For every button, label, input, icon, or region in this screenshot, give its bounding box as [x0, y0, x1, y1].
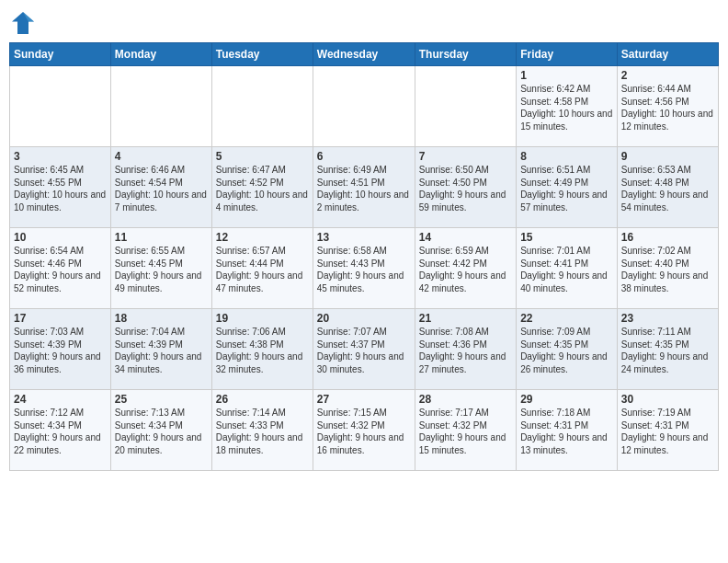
day-number: 20	[317, 312, 411, 325]
calendar-cell: 17Sunrise: 7:03 AM Sunset: 4:39 PM Dayli…	[10, 309, 111, 390]
weekday-header: Monday	[110, 43, 211, 66]
calendar-cell: 29Sunrise: 7:18 AM Sunset: 4:31 PM Dayli…	[517, 390, 618, 471]
calendar-cell: 22Sunrise: 7:09 AM Sunset: 4:35 PM Dayli…	[517, 309, 618, 390]
calendar-cell: 16Sunrise: 7:02 AM Sunset: 4:40 PM Dayli…	[617, 228, 718, 309]
calendar-table: SundayMondayTuesdayWednesdayThursdayFrid…	[9, 42, 719, 471]
calendar-cell: 26Sunrise: 7:14 AM Sunset: 4:33 PM Dayli…	[211, 390, 313, 471]
calendar-cell: 8Sunrise: 6:51 AM Sunset: 4:49 PM Daylig…	[517, 147, 618, 228]
weekday-header: Sunday	[10, 43, 111, 66]
day-number: 22	[520, 312, 613, 325]
page-header	[9, 9, 719, 37]
weekday-header: Wednesday	[313, 43, 415, 66]
calendar-cell: 5Sunrise: 6:47 AM Sunset: 4:52 PM Daylig…	[211, 147, 313, 228]
calendar-cell: 3Sunrise: 6:45 AM Sunset: 4:55 PM Daylig…	[10, 147, 111, 228]
day-number: 5	[216, 150, 309, 163]
calendar-cell: 25Sunrise: 7:13 AM Sunset: 4:34 PM Dayli…	[110, 390, 211, 471]
calendar-cell: 1Sunrise: 6:42 AM Sunset: 4:58 PM Daylig…	[517, 66, 618, 147]
day-info: Sunrise: 6:55 AM Sunset: 4:45 PM Dayligh…	[115, 245, 208, 294]
calendar-cell: 11Sunrise: 6:55 AM Sunset: 4:45 PM Dayli…	[110, 228, 211, 309]
day-info: Sunrise: 7:18 AM Sunset: 4:31 PM Dayligh…	[520, 407, 613, 456]
day-info: Sunrise: 7:19 AM Sunset: 4:31 PM Dayligh…	[621, 407, 714, 456]
day-info: Sunrise: 6:44 AM Sunset: 4:56 PM Dayligh…	[621, 83, 714, 132]
day-number: 18	[115, 312, 208, 325]
day-number: 3	[14, 150, 107, 163]
day-info: Sunrise: 7:07 AM Sunset: 4:37 PM Dayligh…	[317, 326, 411, 375]
day-info: Sunrise: 7:13 AM Sunset: 4:34 PM Dayligh…	[115, 407, 208, 456]
day-info: Sunrise: 6:47 AM Sunset: 4:52 PM Dayligh…	[216, 164, 309, 213]
calendar-cell: 13Sunrise: 6:58 AM Sunset: 4:43 PM Dayli…	[313, 228, 415, 309]
day-info: Sunrise: 6:42 AM Sunset: 4:58 PM Dayligh…	[520, 83, 613, 132]
calendar-cell: 6Sunrise: 6:49 AM Sunset: 4:51 PM Daylig…	[313, 147, 415, 228]
weekday-header: Saturday	[617, 43, 718, 66]
calendar-cell	[10, 66, 111, 147]
day-number: 29	[520, 393, 613, 406]
day-number: 27	[317, 393, 411, 406]
calendar-cell: 15Sunrise: 7:01 AM Sunset: 4:41 PM Dayli…	[517, 228, 618, 309]
day-info: Sunrise: 6:58 AM Sunset: 4:43 PM Dayligh…	[317, 245, 411, 294]
day-number: 11	[115, 231, 208, 244]
day-info: Sunrise: 7:17 AM Sunset: 4:32 PM Dayligh…	[419, 407, 512, 456]
day-number: 7	[419, 150, 512, 163]
day-info: Sunrise: 7:03 AM Sunset: 4:39 PM Dayligh…	[14, 326, 107, 375]
day-number: 12	[216, 231, 309, 244]
day-number: 16	[621, 231, 714, 244]
calendar-cell: 30Sunrise: 7:19 AM Sunset: 4:31 PM Dayli…	[617, 390, 718, 471]
calendar-cell: 20Sunrise: 7:07 AM Sunset: 4:37 PM Dayli…	[313, 309, 415, 390]
day-number: 8	[520, 150, 613, 163]
day-number: 10	[14, 231, 107, 244]
calendar-cell: 10Sunrise: 6:54 AM Sunset: 4:46 PM Dayli…	[10, 228, 111, 309]
day-number: 6	[317, 150, 411, 163]
day-number: 23	[621, 312, 714, 325]
calendar-cell	[211, 66, 313, 147]
weekday-header: Friday	[517, 43, 618, 66]
day-number: 25	[115, 393, 208, 406]
day-info: Sunrise: 7:12 AM Sunset: 4:34 PM Dayligh…	[14, 407, 107, 456]
calendar-cell: 2Sunrise: 6:44 AM Sunset: 4:56 PM Daylig…	[617, 66, 718, 147]
calendar-cell: 9Sunrise: 6:53 AM Sunset: 4:48 PM Daylig…	[617, 147, 718, 228]
day-number: 24	[14, 393, 107, 406]
logo	[9, 9, 40, 37]
calendar-cell: 7Sunrise: 6:50 AM Sunset: 4:50 PM Daylig…	[415, 147, 516, 228]
calendar-cell: 4Sunrise: 6:46 AM Sunset: 4:54 PM Daylig…	[110, 147, 211, 228]
day-info: Sunrise: 7:08 AM Sunset: 4:36 PM Dayligh…	[419, 326, 512, 375]
calendar-cell: 28Sunrise: 7:17 AM Sunset: 4:32 PM Dayli…	[415, 390, 516, 471]
calendar-cell: 24Sunrise: 7:12 AM Sunset: 4:34 PM Dayli…	[10, 390, 111, 471]
calendar-cell	[110, 66, 211, 147]
day-number: 9	[621, 150, 714, 163]
svg-marker-0	[12, 12, 34, 34]
calendar-cell	[415, 66, 516, 147]
day-info: Sunrise: 6:45 AM Sunset: 4:55 PM Dayligh…	[14, 164, 107, 213]
calendar-cell: 12Sunrise: 6:57 AM Sunset: 4:44 PM Dayli…	[211, 228, 313, 309]
day-number: 15	[520, 231, 613, 244]
day-number: 30	[621, 393, 714, 406]
day-info: Sunrise: 7:09 AM Sunset: 4:35 PM Dayligh…	[520, 326, 613, 375]
day-info: Sunrise: 6:57 AM Sunset: 4:44 PM Dayligh…	[216, 245, 309, 294]
calendar-cell	[313, 66, 415, 147]
day-info: Sunrise: 6:54 AM Sunset: 4:46 PM Dayligh…	[14, 245, 107, 294]
day-info: Sunrise: 6:53 AM Sunset: 4:48 PM Dayligh…	[621, 164, 714, 213]
day-info: Sunrise: 6:46 AM Sunset: 4:54 PM Dayligh…	[115, 164, 208, 213]
day-number: 28	[419, 393, 512, 406]
day-info: Sunrise: 7:04 AM Sunset: 4:39 PM Dayligh…	[115, 326, 208, 375]
calendar-cell: 14Sunrise: 6:59 AM Sunset: 4:42 PM Dayli…	[415, 228, 516, 309]
day-number: 4	[115, 150, 208, 163]
weekday-header: Thursday	[415, 43, 516, 66]
day-number: 21	[419, 312, 512, 325]
day-number: 17	[14, 312, 107, 325]
day-info: Sunrise: 6:49 AM Sunset: 4:51 PM Dayligh…	[317, 164, 411, 213]
day-number: 19	[216, 312, 309, 325]
day-number: 13	[317, 231, 411, 244]
day-info: Sunrise: 7:15 AM Sunset: 4:32 PM Dayligh…	[317, 407, 411, 456]
day-number: 2	[621, 69, 714, 82]
day-info: Sunrise: 6:59 AM Sunset: 4:42 PM Dayligh…	[419, 245, 512, 294]
day-info: Sunrise: 7:06 AM Sunset: 4:38 PM Dayligh…	[216, 326, 309, 375]
day-info: Sunrise: 6:51 AM Sunset: 4:49 PM Dayligh…	[520, 164, 613, 213]
day-number: 1	[520, 69, 613, 82]
calendar-cell: 21Sunrise: 7:08 AM Sunset: 4:36 PM Dayli…	[415, 309, 516, 390]
day-number: 26	[216, 393, 309, 406]
weekday-header: Tuesday	[211, 43, 313, 66]
logo-icon	[9, 9, 37, 37]
day-info: Sunrise: 6:50 AM Sunset: 4:50 PM Dayligh…	[419, 164, 512, 213]
day-info: Sunrise: 7:14 AM Sunset: 4:33 PM Dayligh…	[216, 407, 309, 456]
day-info: Sunrise: 7:11 AM Sunset: 4:35 PM Dayligh…	[621, 326, 714, 375]
